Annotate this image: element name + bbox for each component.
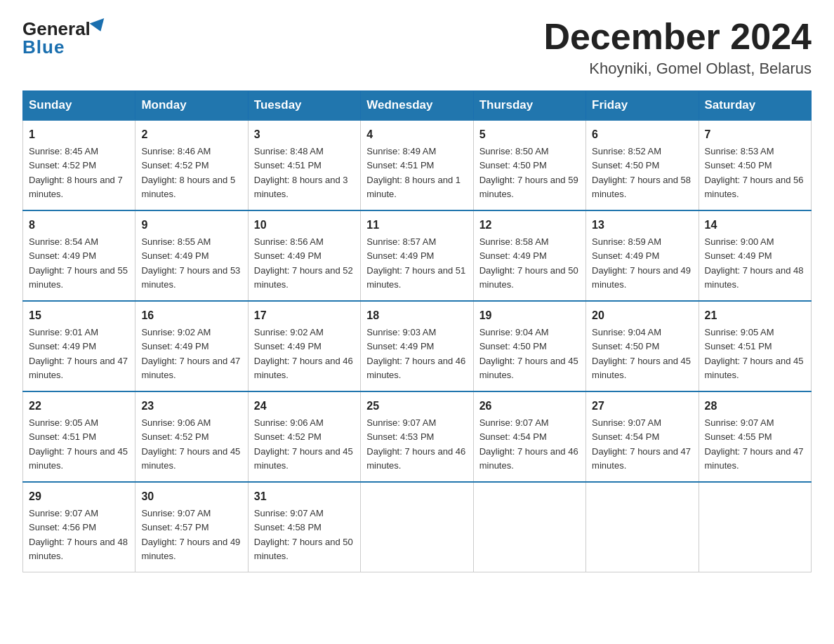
day-info: Sunrise: 8:45 AMSunset: 4:52 PMDaylight:… bbox=[29, 146, 123, 199]
page-header: General Blue December 2024 Khoyniki, Gom… bbox=[22, 17, 812, 78]
day-info: Sunrise: 8:46 AMSunset: 4:52 PMDaylight:… bbox=[141, 146, 235, 199]
day-number: 9 bbox=[141, 217, 241, 234]
month-title: December 2024 bbox=[543, 17, 812, 57]
calendar-cell: 21 Sunrise: 9:05 AMSunset: 4:51 PMDaylig… bbox=[699, 301, 811, 391]
calendar-cell: 25 Sunrise: 9:07 AMSunset: 4:53 PMDaylig… bbox=[361, 391, 473, 482]
day-number: 28 bbox=[705, 398, 805, 415]
day-info: Sunrise: 9:06 AMSunset: 4:52 PMDaylight:… bbox=[254, 417, 353, 471]
calendar-cell: 26 Sunrise: 9:07 AMSunset: 4:54 PMDaylig… bbox=[473, 391, 585, 482]
day-number: 14 bbox=[705, 217, 805, 234]
day-number: 26 bbox=[479, 398, 580, 415]
week-row-5: 29 Sunrise: 9:07 AMSunset: 4:56 PMDaylig… bbox=[23, 482, 812, 572]
day-number: 11 bbox=[366, 217, 467, 234]
day-number: 6 bbox=[592, 126, 692, 143]
day-info: Sunrise: 9:00 AMSunset: 4:49 PMDaylight:… bbox=[705, 236, 804, 290]
day-info: Sunrise: 9:07 AMSunset: 4:54 PMDaylight:… bbox=[479, 417, 578, 471]
day-number: 3 bbox=[254, 126, 355, 143]
day-info: Sunrise: 9:06 AMSunset: 4:52 PMDaylight:… bbox=[141, 417, 240, 471]
header-sunday: Sunday bbox=[23, 91, 135, 121]
day-number: 17 bbox=[254, 307, 355, 324]
calendar-cell: 27 Sunrise: 9:07 AMSunset: 4:54 PMDaylig… bbox=[586, 391, 699, 482]
calendar-cell: 19 Sunrise: 9:04 AMSunset: 4:50 PMDaylig… bbox=[473, 301, 585, 391]
calendar-cell: 15 Sunrise: 9:01 AMSunset: 4:49 PMDaylig… bbox=[23, 301, 135, 391]
day-number: 20 bbox=[592, 307, 692, 324]
day-info: Sunrise: 8:53 AMSunset: 4:50 PMDaylight:… bbox=[705, 146, 804, 199]
day-info: Sunrise: 9:02 AMSunset: 4:49 PMDaylight:… bbox=[254, 327, 353, 380]
day-number: 19 bbox=[479, 307, 580, 324]
day-info: Sunrise: 8:48 AMSunset: 4:51 PMDaylight:… bbox=[254, 146, 348, 199]
week-row-4: 22 Sunrise: 9:05 AMSunset: 4:51 PMDaylig… bbox=[23, 391, 812, 482]
day-number: 31 bbox=[254, 488, 355, 505]
calendar-cell bbox=[699, 482, 811, 572]
day-number: 15 bbox=[29, 307, 129, 324]
week-row-2: 8 Sunrise: 8:54 AMSunset: 4:49 PMDayligh… bbox=[23, 210, 812, 301]
day-info: Sunrise: 8:50 AMSunset: 4:50 PMDaylight:… bbox=[479, 146, 578, 199]
logo-general: General bbox=[22, 20, 91, 38]
day-info: Sunrise: 9:04 AMSunset: 4:50 PMDaylight:… bbox=[479, 327, 578, 380]
header-wednesday: Wednesday bbox=[361, 91, 473, 121]
logo: General Blue bbox=[22, 20, 107, 58]
calendar-cell: 1 Sunrise: 8:45 AMSunset: 4:52 PMDayligh… bbox=[23, 120, 135, 210]
calendar-cell: 22 Sunrise: 9:05 AMSunset: 4:51 PMDaylig… bbox=[23, 391, 135, 482]
day-info: Sunrise: 8:58 AMSunset: 4:49 PMDaylight:… bbox=[479, 236, 578, 290]
calendar-cell: 5 Sunrise: 8:50 AMSunset: 4:50 PMDayligh… bbox=[473, 120, 585, 210]
calendar-cell: 11 Sunrise: 8:57 AMSunset: 4:49 PMDaylig… bbox=[361, 210, 473, 301]
day-info: Sunrise: 8:56 AMSunset: 4:49 PMDaylight:… bbox=[254, 236, 353, 290]
logo-blue: Blue bbox=[22, 36, 65, 58]
calendar-cell: 16 Sunrise: 9:02 AMSunset: 4:49 PMDaylig… bbox=[135, 301, 248, 391]
day-number: 16 bbox=[141, 307, 241, 324]
calendar-cell: 6 Sunrise: 8:52 AMSunset: 4:50 PMDayligh… bbox=[586, 120, 699, 210]
header-tuesday: Tuesday bbox=[248, 91, 360, 121]
calendar-cell: 30 Sunrise: 9:07 AMSunset: 4:57 PMDaylig… bbox=[135, 482, 248, 572]
day-info: Sunrise: 8:55 AMSunset: 4:49 PMDaylight:… bbox=[141, 236, 240, 290]
day-info: Sunrise: 8:59 AMSunset: 4:49 PMDaylight:… bbox=[592, 236, 691, 290]
calendar-cell: 9 Sunrise: 8:55 AMSunset: 4:49 PMDayligh… bbox=[135, 210, 248, 301]
calendar-cell: 17 Sunrise: 9:02 AMSunset: 4:49 PMDaylig… bbox=[248, 301, 360, 391]
day-number: 25 bbox=[366, 398, 467, 415]
calendar-cell: 23 Sunrise: 9:06 AMSunset: 4:52 PMDaylig… bbox=[135, 391, 248, 482]
header-friday: Friday bbox=[586, 91, 699, 121]
day-info: Sunrise: 9:02 AMSunset: 4:49 PMDaylight:… bbox=[141, 327, 240, 380]
calendar-cell: 10 Sunrise: 8:56 AMSunset: 4:49 PMDaylig… bbox=[248, 210, 360, 301]
logo-triangle-icon bbox=[89, 18, 107, 34]
day-number: 27 bbox=[592, 398, 692, 415]
day-number: 18 bbox=[366, 307, 467, 324]
day-number: 24 bbox=[254, 398, 355, 415]
day-number: 12 bbox=[479, 217, 580, 234]
day-info: Sunrise: 9:03 AMSunset: 4:49 PMDaylight:… bbox=[366, 327, 465, 380]
day-info: Sunrise: 8:57 AMSunset: 4:49 PMDaylight:… bbox=[366, 236, 465, 290]
day-info: Sunrise: 9:04 AMSunset: 4:50 PMDaylight:… bbox=[592, 327, 691, 380]
calendar-cell: 14 Sunrise: 9:00 AMSunset: 4:49 PMDaylig… bbox=[699, 210, 811, 301]
header-saturday: Saturday bbox=[699, 91, 811, 121]
calendar-cell: 13 Sunrise: 8:59 AMSunset: 4:49 PMDaylig… bbox=[586, 210, 699, 301]
day-info: Sunrise: 9:01 AMSunset: 4:49 PMDaylight:… bbox=[29, 327, 128, 380]
day-number: 22 bbox=[29, 398, 129, 415]
day-number: 21 bbox=[705, 307, 805, 324]
day-info: Sunrise: 8:54 AMSunset: 4:49 PMDaylight:… bbox=[29, 236, 128, 290]
calendar-cell: 24 Sunrise: 9:06 AMSunset: 4:52 PMDaylig… bbox=[248, 391, 360, 482]
calendar-cell bbox=[361, 482, 473, 572]
day-info: Sunrise: 9:07 AMSunset: 4:57 PMDaylight:… bbox=[141, 508, 240, 561]
day-number: 30 bbox=[141, 488, 241, 505]
calendar-table: Sunday Monday Tuesday Wednesday Thursday… bbox=[22, 90, 812, 572]
calendar-cell: 20 Sunrise: 9:04 AMSunset: 4:50 PMDaylig… bbox=[586, 301, 699, 391]
week-row-1: 1 Sunrise: 8:45 AMSunset: 4:52 PMDayligh… bbox=[23, 120, 812, 210]
calendar-cell: 8 Sunrise: 8:54 AMSunset: 4:49 PMDayligh… bbox=[23, 210, 135, 301]
day-number: 4 bbox=[366, 126, 467, 143]
day-info: Sunrise: 9:05 AMSunset: 4:51 PMDaylight:… bbox=[29, 417, 128, 471]
days-of-week-row: Sunday Monday Tuesday Wednesday Thursday… bbox=[23, 91, 812, 121]
day-number: 2 bbox=[141, 126, 241, 143]
week-row-3: 15 Sunrise: 9:01 AMSunset: 4:49 PMDaylig… bbox=[23, 301, 812, 391]
day-number: 5 bbox=[479, 126, 580, 143]
calendar-cell: 4 Sunrise: 8:49 AMSunset: 4:51 PMDayligh… bbox=[361, 120, 473, 210]
calendar-cell: 29 Sunrise: 9:07 AMSunset: 4:56 PMDaylig… bbox=[23, 482, 135, 572]
day-info: Sunrise: 9:07 AMSunset: 4:53 PMDaylight:… bbox=[366, 417, 465, 471]
day-info: Sunrise: 8:49 AMSunset: 4:51 PMDaylight:… bbox=[366, 146, 461, 199]
day-number: 13 bbox=[592, 217, 692, 234]
header-monday: Monday bbox=[135, 91, 248, 121]
calendar-cell: 7 Sunrise: 8:53 AMSunset: 4:50 PMDayligh… bbox=[699, 120, 811, 210]
day-info: Sunrise: 8:52 AMSunset: 4:50 PMDaylight:… bbox=[592, 146, 691, 199]
day-info: Sunrise: 9:07 AMSunset: 4:54 PMDaylight:… bbox=[592, 417, 691, 471]
calendar-cell: 18 Sunrise: 9:03 AMSunset: 4:49 PMDaylig… bbox=[361, 301, 473, 391]
day-number: 7 bbox=[705, 126, 805, 143]
